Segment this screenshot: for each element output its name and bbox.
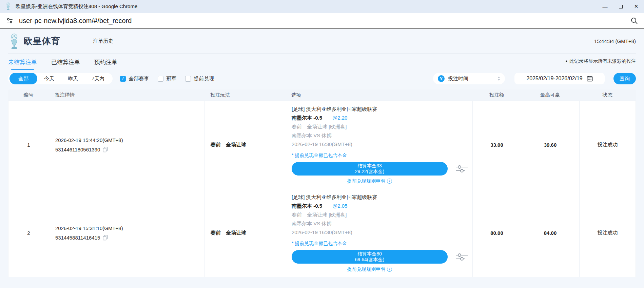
pick-name: 南墨尔本 -0.5 xyxy=(292,203,322,209)
server-clock: 15:44:34 (GMT+8) xyxy=(594,38,636,44)
header-bet-type: 投注玩法 xyxy=(204,92,286,98)
bet-id: 5314458811416415 xyxy=(55,234,100,241)
bet-amount: 80.00 xyxy=(473,230,521,236)
checkbox-icon xyxy=(120,76,126,82)
match-teams: 南墨尔本 VS 休姆 xyxy=(292,220,472,227)
bet-time: 2026-02-19 15:31:10(GMT+8) xyxy=(55,225,204,232)
maximize-icon[interactable] xyxy=(613,0,628,13)
currency-icon: ¥ xyxy=(438,75,445,82)
cashout-button[interactable]: 结算本金33 29.22(含本金) xyxy=(292,162,448,176)
page-content: 欧皇体育 注单历史 15:44:34 (GMT+8) 未结算注单 已结算注单 预… xyxy=(0,29,644,277)
filter-7days-button[interactable]: 7天内 xyxy=(85,73,111,84)
copy-icon[interactable] xyxy=(103,147,108,152)
filter-today-button[interactable]: 今天 xyxy=(37,73,61,84)
header-selection: 选项 xyxy=(286,92,472,98)
bet-id: 5314461180561390 xyxy=(55,146,100,153)
bet-time: 2026-02-19 15:44:20(GMT+8) xyxy=(55,137,204,144)
row-number: 1 xyxy=(8,142,49,148)
status-badge: 投注成功 xyxy=(580,142,636,148)
table-header-row: 编号 投注详情 投注玩法 选项 投注额 最高可赢 状态 xyxy=(8,89,636,101)
header-max-win: 最高可赢 xyxy=(521,92,579,98)
row-number: 2 xyxy=(8,230,49,236)
sort-by-bet-time-dropdown[interactable]: ¥ 投注时间 xyxy=(433,73,505,84)
event-filter-group: 全部赛事 冠军 提前兑现 xyxy=(120,76,223,82)
league-name: [足球] 澳大利亚维多利亚国家超级联赛 xyxy=(292,194,472,200)
window-title: 欧皇娱乐-亚洲在线体育竞猜投注408 - Google Chrome xyxy=(16,3,597,10)
cashout-amount: 29.22(含本金) xyxy=(292,169,448,174)
site-settings-icon[interactable] xyxy=(6,17,14,24)
zoom-search-icon[interactable] xyxy=(630,17,638,24)
odds-value: @2.05 xyxy=(332,203,347,209)
table-row: 2 2026-02-19 15:31:10(GMT+8) 53144588114… xyxy=(8,189,636,277)
unsettled-notice: 此记录将显示所有未派彩的投注 xyxy=(565,58,636,64)
site-header: 欧皇体育 注单历史 15:44:34 (GMT+8) xyxy=(8,29,636,54)
checkbox-icon xyxy=(185,76,191,82)
date-quick-filter-group: 全部 今天 昨天 7天内 xyxy=(8,73,113,84)
market-info: 赛前 全场让球 [欧洲盘] xyxy=(292,123,472,130)
window-titlebar: 欧皇娱乐-亚洲在线体育竞猜投注408 - Google Chrome — ✕ xyxy=(0,0,644,13)
cashout-principal: 结算本金33 xyxy=(292,163,448,169)
sort-carets-icon xyxy=(497,77,500,81)
checkbox-cashout[interactable]: 提前兑现 xyxy=(185,76,214,82)
checkbox-icon xyxy=(158,76,163,82)
market-info: 赛前 全场让球 [欧洲盘] xyxy=(292,211,472,218)
cashout-rules-link[interactable]: 提前兑现规则申明 i xyxy=(292,178,448,184)
pick-name: 南墨尔本 -0.5 xyxy=(292,115,322,121)
page-title: 注单历史 xyxy=(93,38,113,44)
league-name: [足球] 澳大利亚维多利亚国家超级联赛 xyxy=(292,106,472,112)
info-icon: i xyxy=(387,179,392,184)
filter-bar: 全部 今天 昨天 7天内 全部赛事 冠军 提前兑现 ¥ 投注时间 xyxy=(8,73,636,85)
trophy-logo-icon xyxy=(8,33,20,49)
cashout-principal: 结算本金80 xyxy=(292,251,448,257)
close-icon[interactable]: ✕ xyxy=(628,0,644,13)
tab-settled-bets[interactable]: 已结算注单 xyxy=(51,58,80,70)
checkbox-all-events[interactable]: 全部赛事 xyxy=(120,76,149,82)
header-no: 编号 xyxy=(8,92,49,98)
tab-unsettled-bets[interactable]: 未结算注单 xyxy=(8,58,37,70)
header-bet-detail: 投注详情 xyxy=(49,92,204,98)
filter-right-group: ¥ 投注时间 2025/02/19-2026/02/19 查询 xyxy=(433,73,636,84)
minimize-icon[interactable]: — xyxy=(597,0,613,13)
date-range-input[interactable]: 2025/02/19-2026/02/19 xyxy=(514,73,605,84)
cashout-amount: 69.64(含本金) xyxy=(292,257,448,263)
max-win: 39.60 xyxy=(521,142,579,148)
cashout-rules-link[interactable]: 提前兑现规则申明 i xyxy=(292,266,448,272)
match-time: 2026-02-19 16:30(GMT+8) xyxy=(292,141,472,147)
match-time: 2026-02-19 16:30(GMT+8) xyxy=(292,229,472,235)
search-button[interactable]: 查询 xyxy=(613,73,636,84)
brand-name: 欧皇体育 xyxy=(24,35,60,47)
odds-value: @2.20 xyxy=(332,115,347,121)
cashout-note: * 提前兑现金额已包含本金 xyxy=(292,241,472,247)
copy-icon[interactable] xyxy=(103,235,108,241)
max-win: 84.00 xyxy=(521,230,579,236)
info-icon: i xyxy=(387,267,392,272)
bet-type: 赛前 全场让球 xyxy=(211,230,286,236)
bet-amount: 33.00 xyxy=(473,142,521,148)
cashout-note: * 提前兑现金额已包含本金 xyxy=(292,152,472,159)
calendar-icon xyxy=(587,76,593,82)
url-input[interactable]: user-pc-new.lvjida8.com/#/bet_record xyxy=(19,17,630,25)
status-badge: 投注成功 xyxy=(580,230,636,236)
filter-all-button[interactable]: 全部 xyxy=(9,73,37,84)
table-row: 1 2026-02-19 15:44:20(GMT+8) 53144611805… xyxy=(8,101,636,189)
maximize-glyph xyxy=(619,5,623,8)
cashout-adjust-icon[interactable] xyxy=(455,252,469,261)
header-status: 状态 xyxy=(579,92,636,98)
bet-record-table: 编号 投注详情 投注玩法 选项 投注额 最高可赢 状态 1 2026-02-19… xyxy=(8,89,636,277)
filter-yesterday-button[interactable]: 昨天 xyxy=(61,73,85,84)
trophy-favicon-icon xyxy=(5,2,12,11)
tab-reserved-bets[interactable]: 预约注单 xyxy=(94,58,117,70)
cashout-adjust-icon[interactable] xyxy=(455,164,469,173)
checkbox-champion[interactable]: 冠军 xyxy=(158,76,176,82)
address-bar: user-pc-new.lvjida8.com/#/bet_record xyxy=(0,13,644,28)
header-bet-amount: 投注额 xyxy=(472,92,521,98)
tabs-row: 未结算注单 已结算注单 预约注单 此记录将显示所有未派彩的投注 xyxy=(8,54,636,68)
cashout-button[interactable]: 结算本金80 69.64(含本金) xyxy=(292,250,448,264)
bet-type: 赛前 全场让球 xyxy=(211,142,286,148)
match-teams: 南墨尔本 VS 休姆 xyxy=(292,132,472,139)
